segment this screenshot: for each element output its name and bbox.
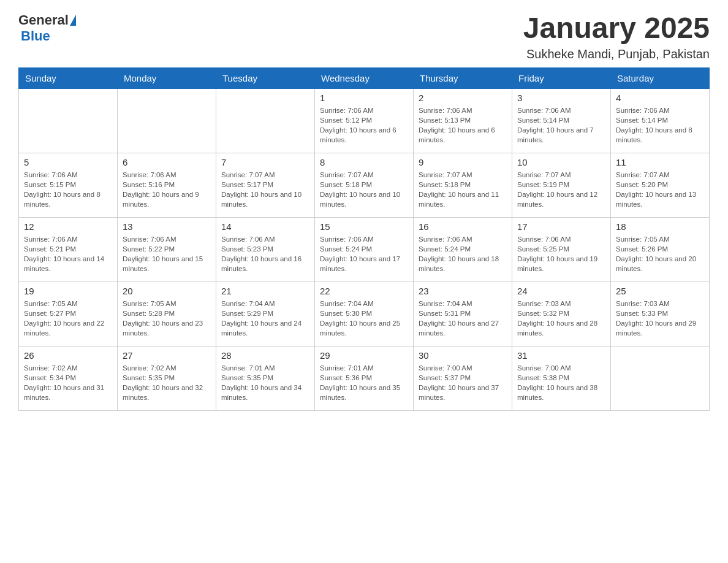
day-number: 30 bbox=[419, 350, 507, 361]
day-of-week-header: Saturday bbox=[611, 67, 710, 88]
day-number: 9 bbox=[419, 157, 507, 167]
day-of-week-header: Monday bbox=[118, 67, 216, 88]
day-of-week-header: Thursday bbox=[414, 67, 512, 88]
day-number: 24 bbox=[517, 286, 605, 296]
calendar-cell: 6Sunrise: 7:06 AM Sunset: 5:16 PM Daylig… bbox=[118, 153, 216, 217]
calendar-cell bbox=[118, 88, 216, 153]
day-info: Sunrise: 7:06 AM Sunset: 5:12 PM Dayligh… bbox=[320, 105, 408, 145]
day-number: 15 bbox=[320, 221, 408, 232]
calendar-cell: 26Sunrise: 7:02 AM Sunset: 5:34 PM Dayli… bbox=[19, 346, 118, 410]
calendar-cell: 11Sunrise: 7:07 AM Sunset: 5:20 PM Dayli… bbox=[611, 153, 710, 217]
calendar-cell: 23Sunrise: 7:04 AM Sunset: 5:31 PM Dayli… bbox=[414, 282, 512, 346]
calendar-cell: 16Sunrise: 7:06 AM Sunset: 5:24 PM Dayli… bbox=[414, 217, 512, 282]
day-info: Sunrise: 7:06 AM Sunset: 5:21 PM Dayligh… bbox=[24, 234, 112, 274]
day-info: Sunrise: 7:06 AM Sunset: 5:22 PM Dayligh… bbox=[123, 234, 211, 274]
day-number: 17 bbox=[517, 221, 605, 232]
day-info: Sunrise: 7:06 AM Sunset: 5:16 PM Dayligh… bbox=[123, 170, 211, 209]
day-info: Sunrise: 7:01 AM Sunset: 5:35 PM Dayligh… bbox=[221, 363, 309, 402]
day-number: 3 bbox=[517, 93, 605, 103]
day-info: Sunrise: 7:05 AM Sunset: 5:28 PM Dayligh… bbox=[123, 299, 211, 338]
calendar-cell: 21Sunrise: 7:04 AM Sunset: 5:29 PM Dayli… bbox=[216, 282, 315, 346]
day-number: 8 bbox=[320, 157, 408, 167]
calendar-cell: 4Sunrise: 7:06 AM Sunset: 5:14 PM Daylig… bbox=[611, 88, 710, 153]
day-number: 28 bbox=[221, 350, 309, 361]
day-number: 19 bbox=[24, 286, 112, 296]
day-number: 21 bbox=[221, 286, 309, 296]
calendar-cell: 15Sunrise: 7:06 AM Sunset: 5:24 PM Dayli… bbox=[315, 217, 414, 282]
day-info: Sunrise: 7:06 AM Sunset: 5:15 PM Dayligh… bbox=[24, 170, 112, 209]
calendar-cell: 27Sunrise: 7:02 AM Sunset: 5:35 PM Dayli… bbox=[118, 346, 216, 410]
day-number: 10 bbox=[517, 157, 605, 167]
calendar-cell: 9Sunrise: 7:07 AM Sunset: 5:18 PM Daylig… bbox=[414, 153, 512, 217]
logo-blue-text: Blue bbox=[21, 28, 50, 44]
day-info: Sunrise: 7:07 AM Sunset: 5:20 PM Dayligh… bbox=[616, 170, 704, 209]
day-info: Sunrise: 7:02 AM Sunset: 5:34 PM Dayligh… bbox=[24, 363, 112, 402]
day-info: Sunrise: 7:07 AM Sunset: 5:18 PM Dayligh… bbox=[419, 170, 507, 209]
logo-general-text: General bbox=[18, 12, 69, 28]
calendar-cell: 1Sunrise: 7:06 AM Sunset: 5:12 PM Daylig… bbox=[315, 88, 414, 153]
calendar-week-row: 5Sunrise: 7:06 AM Sunset: 5:15 PM Daylig… bbox=[19, 153, 710, 217]
day-info: Sunrise: 7:06 AM Sunset: 5:24 PM Dayligh… bbox=[320, 234, 408, 274]
day-number: 31 bbox=[517, 350, 605, 361]
calendar-table: SundayMondayTuesdayWednesdayThursdayFrid… bbox=[18, 67, 710, 411]
logo: General Blue bbox=[18, 12, 76, 44]
day-of-week-header: Friday bbox=[512, 67, 611, 88]
day-info: Sunrise: 7:06 AM Sunset: 5:13 PM Dayligh… bbox=[419, 105, 507, 145]
day-number: 16 bbox=[419, 221, 507, 232]
calendar-header-row: SundayMondayTuesdayWednesdayThursdayFrid… bbox=[19, 67, 710, 88]
day-number: 5 bbox=[24, 157, 112, 167]
calendar-cell: 19Sunrise: 7:05 AM Sunset: 5:27 PM Dayli… bbox=[19, 282, 118, 346]
calendar-cell bbox=[216, 88, 315, 153]
day-number: 18 bbox=[616, 221, 704, 232]
day-number: 7 bbox=[221, 157, 309, 167]
day-info: Sunrise: 7:04 AM Sunset: 5:30 PM Dayligh… bbox=[320, 299, 408, 338]
calendar-cell: 2Sunrise: 7:06 AM Sunset: 5:13 PM Daylig… bbox=[414, 88, 512, 153]
day-number: 25 bbox=[616, 286, 704, 296]
day-number: 23 bbox=[419, 286, 507, 296]
day-info: Sunrise: 7:03 AM Sunset: 5:32 PM Dayligh… bbox=[517, 299, 605, 338]
day-info: Sunrise: 7:01 AM Sunset: 5:36 PM Dayligh… bbox=[320, 363, 408, 402]
calendar-cell: 5Sunrise: 7:06 AM Sunset: 5:15 PM Daylig… bbox=[19, 153, 118, 217]
calendar-cell: 12Sunrise: 7:06 AM Sunset: 5:21 PM Dayli… bbox=[19, 217, 118, 282]
title-block: January 2025 Sukheke Mandi, Punjab, Paki… bbox=[523, 12, 710, 61]
calendar-cell: 28Sunrise: 7:01 AM Sunset: 5:35 PM Dayli… bbox=[216, 346, 315, 410]
day-number: 27 bbox=[123, 350, 211, 361]
day-number: 11 bbox=[616, 157, 704, 167]
day-number: 1 bbox=[320, 93, 408, 103]
day-number: 12 bbox=[24, 221, 112, 232]
calendar-cell: 3Sunrise: 7:06 AM Sunset: 5:14 PM Daylig… bbox=[512, 88, 611, 153]
day-number: 6 bbox=[123, 157, 211, 167]
page-header: General Blue January 2025 Sukheke Mandi,… bbox=[18, 12, 710, 61]
day-number: 29 bbox=[320, 350, 408, 361]
day-of-week-header: Tuesday bbox=[216, 67, 315, 88]
day-number: 13 bbox=[123, 221, 211, 232]
day-number: 2 bbox=[419, 93, 507, 103]
day-number: 4 bbox=[616, 93, 704, 103]
calendar-cell: 31Sunrise: 7:00 AM Sunset: 5:38 PM Dayli… bbox=[512, 346, 611, 410]
calendar-cell: 20Sunrise: 7:05 AM Sunset: 5:28 PM Dayli… bbox=[118, 282, 216, 346]
location-title: Sukheke Mandi, Punjab, Pakistan bbox=[523, 47, 710, 61]
day-info: Sunrise: 7:07 AM Sunset: 5:18 PM Dayligh… bbox=[320, 170, 408, 209]
day-info: Sunrise: 7:05 AM Sunset: 5:26 PM Dayligh… bbox=[616, 234, 704, 274]
calendar-cell: 7Sunrise: 7:07 AM Sunset: 5:17 PM Daylig… bbox=[216, 153, 315, 217]
day-info: Sunrise: 7:04 AM Sunset: 5:29 PM Dayligh… bbox=[221, 299, 309, 338]
day-number: 20 bbox=[123, 286, 211, 296]
day-of-week-header: Wednesday bbox=[315, 67, 414, 88]
day-info: Sunrise: 7:02 AM Sunset: 5:35 PM Dayligh… bbox=[123, 363, 211, 402]
day-info: Sunrise: 7:06 AM Sunset: 5:24 PM Dayligh… bbox=[419, 234, 507, 274]
day-info: Sunrise: 7:04 AM Sunset: 5:31 PM Dayligh… bbox=[419, 299, 507, 338]
day-info: Sunrise: 7:00 AM Sunset: 5:37 PM Dayligh… bbox=[419, 363, 507, 402]
calendar-week-row: 1Sunrise: 7:06 AM Sunset: 5:12 PM Daylig… bbox=[19, 88, 710, 153]
day-info: Sunrise: 7:06 AM Sunset: 5:23 PM Dayligh… bbox=[221, 234, 309, 274]
calendar-cell bbox=[19, 88, 118, 153]
day-number: 26 bbox=[24, 350, 112, 361]
day-info: Sunrise: 7:00 AM Sunset: 5:38 PM Dayligh… bbox=[517, 363, 605, 402]
month-title: January 2025 bbox=[523, 12, 710, 45]
calendar-week-row: 12Sunrise: 7:06 AM Sunset: 5:21 PM Dayli… bbox=[19, 217, 710, 282]
calendar-cell: 10Sunrise: 7:07 AM Sunset: 5:19 PM Dayli… bbox=[512, 153, 611, 217]
calendar-cell: 13Sunrise: 7:06 AM Sunset: 5:22 PM Dayli… bbox=[118, 217, 216, 282]
calendar-cell: 14Sunrise: 7:06 AM Sunset: 5:23 PM Dayli… bbox=[216, 217, 315, 282]
calendar-cell: 8Sunrise: 7:07 AM Sunset: 5:18 PM Daylig… bbox=[315, 153, 414, 217]
day-info: Sunrise: 7:06 AM Sunset: 5:14 PM Dayligh… bbox=[616, 105, 704, 145]
calendar-cell: 30Sunrise: 7:00 AM Sunset: 5:37 PM Dayli… bbox=[414, 346, 512, 410]
